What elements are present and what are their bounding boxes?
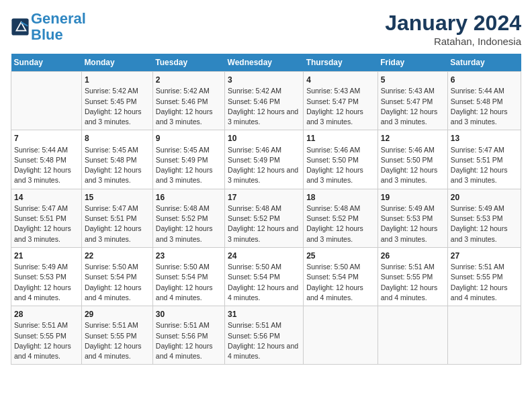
calendar-cell: 3Sunrise: 5:42 AMSunset: 5:46 PMDaylight…: [225, 72, 304, 130]
day-number: 1: [85, 75, 150, 86]
calendar-table: SundayMondayTuesdayWednesdayThursdayFrid…: [11, 54, 521, 365]
title-block: January 2024 Ratahan, Indonesia: [385, 11, 521, 47]
day-number: 13: [451, 133, 518, 144]
cell-details: Sunrise: 5:51 AMSunset: 5:55 PMDaylight:…: [14, 320, 79, 361]
day-number: 31: [228, 309, 300, 320]
cell-details: Sunrise: 5:42 AMSunset: 5:46 PMDaylight:…: [228, 86, 300, 127]
cell-details: Sunrise: 5:50 AMSunset: 5:54 PMDaylight:…: [306, 262, 375, 303]
calendar-cell: 13Sunrise: 5:47 AMSunset: 5:51 PMDayligh…: [447, 130, 521, 189]
cell-details: Sunrise: 5:47 AMSunset: 5:51 PMDaylight:…: [451, 145, 518, 186]
day-number: 16: [156, 192, 222, 203]
day-number: 26: [381, 250, 445, 262]
day-number: 28: [14, 309, 79, 320]
cell-details: Sunrise: 5:51 AMSunset: 5:56 PMDaylight:…: [156, 320, 222, 361]
day-number: 24: [228, 250, 300, 262]
calendar-cell: [304, 306, 378, 365]
day-number: 18: [306, 192, 375, 203]
cell-details: Sunrise: 5:48 AMSunset: 5:52 PMDaylight:…: [306, 203, 375, 244]
calendar-week-row: 21Sunrise: 5:49 AMSunset: 5:53 PMDayligh…: [11, 247, 521, 306]
day-number: 2: [156, 75, 222, 86]
cell-details: Sunrise: 5:46 AMSunset: 5:50 PMDaylight:…: [306, 145, 375, 186]
calendar-cell: [11, 72, 82, 130]
cell-details: Sunrise: 5:47 AMSunset: 5:51 PMDaylight:…: [14, 203, 79, 244]
calendar-cell: [447, 306, 521, 365]
calendar-cell: 28Sunrise: 5:51 AMSunset: 5:55 PMDayligh…: [11, 306, 82, 365]
day-number: 17: [228, 192, 300, 203]
header-sunday: Sunday: [11, 54, 82, 72]
cell-details: Sunrise: 5:42 AMSunset: 5:46 PMDaylight:…: [156, 86, 222, 127]
day-number: 27: [451, 250, 518, 262]
calendar-cell: 23Sunrise: 5:50 AMSunset: 5:54 PMDayligh…: [152, 247, 224, 306]
day-number: 4: [306, 75, 375, 86]
day-number: 29: [85, 309, 150, 320]
page-header: General Blue January 2024 Ratahan, Indon…: [11, 11, 521, 47]
cell-details: Sunrise: 5:48 AMSunset: 5:52 PMDaylight:…: [156, 203, 222, 244]
calendar-header-row: SundayMondayTuesdayWednesdayThursdayFrid…: [11, 54, 521, 72]
cell-details: Sunrise: 5:45 AMSunset: 5:48 PMDaylight:…: [85, 145, 150, 186]
day-number: 19: [381, 192, 445, 203]
svg-rect-0: [11, 19, 28, 36]
header-friday: Friday: [378, 54, 447, 72]
calendar-cell: 14Sunrise: 5:47 AMSunset: 5:51 PMDayligh…: [11, 189, 82, 247]
calendar-cell: 20Sunrise: 5:49 AMSunset: 5:53 PMDayligh…: [447, 189, 521, 247]
calendar-cell: 26Sunrise: 5:51 AMSunset: 5:55 PMDayligh…: [378, 247, 447, 306]
header-tuesday: Tuesday: [152, 54, 224, 72]
calendar-cell: 22Sunrise: 5:50 AMSunset: 5:54 PMDayligh…: [81, 247, 152, 306]
day-number: 14: [14, 192, 79, 203]
cell-details: Sunrise: 5:49 AMSunset: 5:53 PMDaylight:…: [451, 203, 518, 244]
calendar-week-row: 14Sunrise: 5:47 AMSunset: 5:51 PMDayligh…: [11, 189, 521, 247]
logo-line2: Blue: [31, 26, 63, 43]
calendar-week-row: 1Sunrise: 5:42 AMSunset: 5:45 PMDaylight…: [11, 72, 521, 130]
cell-details: Sunrise: 5:50 AMSunset: 5:54 PMDaylight:…: [228, 262, 300, 303]
header-monday: Monday: [81, 54, 152, 72]
day-number: 5: [381, 75, 445, 86]
cell-details: Sunrise: 5:42 AMSunset: 5:45 PMDaylight:…: [85, 86, 150, 127]
day-number: 22: [85, 250, 150, 262]
calendar-cell: 12Sunrise: 5:46 AMSunset: 5:50 PMDayligh…: [378, 130, 447, 189]
cell-details: Sunrise: 5:51 AMSunset: 5:55 PMDaylight:…: [381, 262, 445, 303]
day-number: 20: [451, 192, 518, 203]
calendar-cell: 30Sunrise: 5:51 AMSunset: 5:56 PMDayligh…: [152, 306, 224, 365]
cell-details: Sunrise: 5:50 AMSunset: 5:54 PMDaylight:…: [156, 262, 222, 303]
calendar-cell: 15Sunrise: 5:47 AMSunset: 5:51 PMDayligh…: [81, 189, 152, 247]
calendar-cell: 1Sunrise: 5:42 AMSunset: 5:45 PMDaylight…: [81, 72, 152, 130]
calendar-cell: 4Sunrise: 5:43 AMSunset: 5:47 PMDaylight…: [304, 72, 378, 130]
calendar-cell: 16Sunrise: 5:48 AMSunset: 5:52 PMDayligh…: [152, 189, 224, 247]
cell-details: Sunrise: 5:43 AMSunset: 5:47 PMDaylight:…: [306, 86, 375, 127]
day-number: 9: [156, 133, 222, 144]
cell-details: Sunrise: 5:46 AMSunset: 5:50 PMDaylight:…: [381, 145, 445, 186]
day-number: 6: [451, 75, 518, 86]
cell-details: Sunrise: 5:50 AMSunset: 5:54 PMDaylight:…: [85, 262, 150, 303]
calendar-cell: 6Sunrise: 5:44 AMSunset: 5:48 PMDaylight…: [447, 72, 521, 130]
day-number: 3: [228, 75, 300, 86]
calendar-cell: 31Sunrise: 5:51 AMSunset: 5:56 PMDayligh…: [225, 306, 304, 365]
cell-details: Sunrise: 5:48 AMSunset: 5:52 PMDaylight:…: [228, 203, 300, 244]
calendar-cell: [378, 306, 447, 365]
main-title: January 2024: [385, 11, 521, 36]
logo-icon: [11, 17, 30, 36]
day-number: 25: [306, 250, 375, 262]
calendar-cell: 2Sunrise: 5:42 AMSunset: 5:46 PMDaylight…: [152, 72, 224, 130]
calendar-week-row: 28Sunrise: 5:51 AMSunset: 5:55 PMDayligh…: [11, 306, 521, 365]
day-number: 30: [156, 309, 222, 320]
calendar-cell: 17Sunrise: 5:48 AMSunset: 5:52 PMDayligh…: [225, 189, 304, 247]
day-number: 15: [85, 192, 150, 203]
calendar-cell: 9Sunrise: 5:45 AMSunset: 5:49 PMDaylight…: [152, 130, 224, 189]
day-number: 23: [156, 250, 222, 262]
day-number: 7: [14, 133, 79, 144]
cell-details: Sunrise: 5:47 AMSunset: 5:51 PMDaylight:…: [85, 203, 150, 244]
header-saturday: Saturday: [447, 54, 521, 72]
calendar-cell: 7Sunrise: 5:44 AMSunset: 5:48 PMDaylight…: [11, 130, 82, 189]
calendar-cell: 29Sunrise: 5:51 AMSunset: 5:55 PMDayligh…: [81, 306, 152, 365]
cell-details: Sunrise: 5:44 AMSunset: 5:48 PMDaylight:…: [451, 86, 518, 127]
calendar-cell: 5Sunrise: 5:43 AMSunset: 5:47 PMDaylight…: [378, 72, 447, 130]
cell-details: Sunrise: 5:51 AMSunset: 5:55 PMDaylight:…: [85, 320, 150, 361]
day-number: 21: [14, 250, 79, 262]
calendar-cell: 24Sunrise: 5:50 AMSunset: 5:54 PMDayligh…: [225, 247, 304, 306]
logo-text: General Blue: [31, 11, 86, 43]
cell-details: Sunrise: 5:49 AMSunset: 5:53 PMDaylight:…: [14, 262, 79, 303]
day-number: 8: [85, 133, 150, 144]
cell-details: Sunrise: 5:45 AMSunset: 5:49 PMDaylight:…: [156, 145, 222, 186]
day-number: 11: [306, 133, 375, 144]
calendar-cell: 18Sunrise: 5:48 AMSunset: 5:52 PMDayligh…: [304, 189, 378, 247]
